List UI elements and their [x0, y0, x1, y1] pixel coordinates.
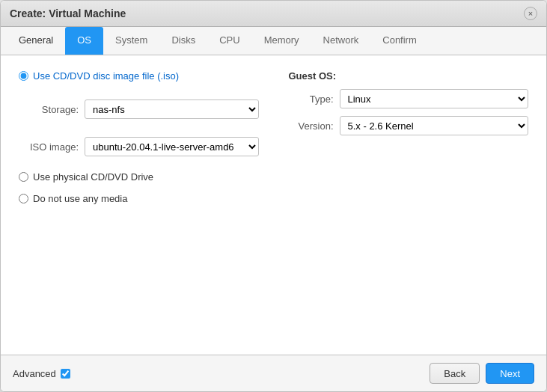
tab-disks[interactable]: Disks	[159, 27, 207, 55]
type-row: Type: Linux	[289, 89, 529, 108]
physical-option-label[interactable]: Use physical CD/DVD Drive	[33, 171, 153, 183]
main-content: Use CD/DVD disc image file (.iso) Storag…	[1, 55, 546, 355]
iso-select[interactable]: ubuntu-20.04.1-live-server-amd6	[85, 137, 259, 156]
dialog-title: Create: Virtual Machine	[10, 7, 126, 19]
advanced-checkbox[interactable]	[61, 369, 70, 379]
advanced-label: Advanced	[13, 368, 56, 379]
next-button[interactable]: Next	[486, 363, 534, 384]
type-select[interactable]: Linux	[340, 89, 529, 108]
version-row: Version: 5.x - 2.6 Kernel	[289, 116, 529, 135]
tab-os[interactable]: OS	[65, 27, 103, 55]
radio-group: Use CD/DVD disc image file (.iso) Storag…	[19, 70, 259, 204]
storage-row: Storage: nas-nfs	[19, 99, 259, 119]
title-bar: Create: Virtual Machine ×	[1, 1, 546, 27]
type-label: Type:	[289, 94, 334, 105]
tabs-bar: General OS System Disks CPU Memory Netwo…	[1, 27, 546, 55]
storage-select[interactable]: nas-nfs	[85, 99, 259, 119]
guest-os-title: Guest OS:	[289, 70, 529, 82]
form-section: Use CD/DVD disc image file (.iso) Storag…	[19, 70, 528, 204]
iso-radio[interactable]	[19, 71, 28, 81]
close-icon: ×	[528, 9, 533, 18]
close-button[interactable]: ×	[524, 7, 537, 20]
advanced-section: Advanced	[13, 368, 70, 379]
guest-os-section: Guest OS: Type: Linux Version: 5.x - 2.6…	[289, 70, 529, 204]
footer: Advanced Back Next	[1, 355, 546, 391]
tab-confirm[interactable]: Confirm	[370, 27, 429, 55]
create-vm-dialog: Create: Virtual Machine × General OS Sys…	[0, 0, 547, 392]
physical-option[interactable]: Use physical CD/DVD Drive	[19, 171, 259, 183]
tab-network[interactable]: Network	[311, 27, 371, 55]
no-media-radio[interactable]	[19, 194, 28, 203]
no-media-option[interactable]: Do not use any media	[19, 193, 259, 204]
media-options: Use CD/DVD disc image file (.iso) Storag…	[19, 70, 259, 204]
iso-option[interactable]: Use CD/DVD disc image file (.iso)	[19, 70, 259, 82]
tab-system[interactable]: System	[103, 27, 159, 55]
storage-label: Storage:	[19, 104, 79, 115]
version-label: Version:	[289, 120, 334, 132]
physical-radio[interactable]	[19, 172, 28, 182]
back-button[interactable]: Back	[430, 363, 480, 384]
iso-option-label[interactable]: Use CD/DVD disc image file (.iso)	[33, 70, 179, 82]
tab-memory[interactable]: Memory	[252, 27, 311, 55]
no-media-label[interactable]: Do not use any media	[33, 193, 127, 204]
version-select[interactable]: 5.x - 2.6 Kernel	[340, 116, 529, 135]
tab-cpu[interactable]: CPU	[207, 27, 251, 55]
iso-image-row: ISO image: ubuntu-20.04.1-live-server-am…	[19, 137, 259, 156]
tab-general[interactable]: General	[7, 27, 65, 55]
iso-label: ISO image:	[19, 141, 79, 153]
